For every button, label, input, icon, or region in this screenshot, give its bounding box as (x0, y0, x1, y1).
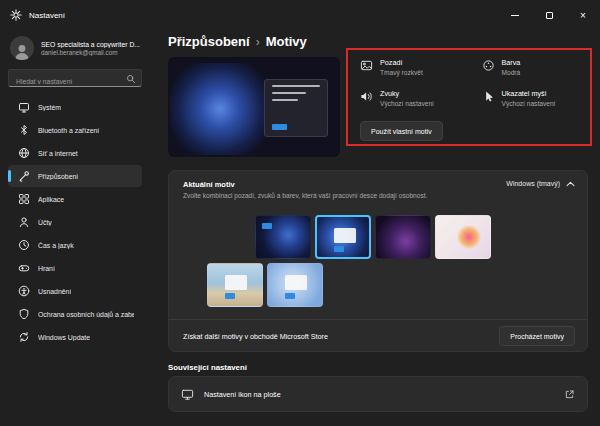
close-button[interactable]: × (566, 0, 600, 30)
preview-accent-button (272, 124, 287, 130)
browse-themes-button[interactable]: Procházet motivy (499, 326, 575, 346)
accessibility-icon (18, 285, 30, 297)
window-title: Nastavení (29, 11, 65, 20)
sidebar-item-bluetooth[interactable]: Bluetooth a zařízení (8, 119, 142, 141)
sidebar-item-personalization[interactable]: Přizpůsobení (8, 165, 142, 187)
page-title: Motivy (266, 34, 307, 49)
color-setting[interactable]: BarvaModrá (482, 58, 596, 76)
minimize-button[interactable] (498, 0, 532, 30)
related-settings-title: Související nastavení (168, 363, 247, 372)
avatar (10, 36, 34, 60)
theme-thumbnail-glow[interactable] (375, 215, 431, 259)
breadcrumb: Přizpůsobení › Motivy (168, 34, 307, 49)
gaming-controller-icon (18, 262, 30, 274)
sidebar-item-gaming[interactable]: Hraní (8, 257, 142, 279)
theme-thumbnail-light-bloom[interactable] (267, 263, 323, 307)
main-content: Přizpůsobení › Motivy PozadíTmavý rozkvě… (150, 30, 600, 426)
current-theme-subtitle: Zvolte kombinaci pozadí, zvuků a barev, … (183, 192, 427, 199)
background-setting[interactable]: PozadíTmavý rozkvět (360, 58, 474, 76)
store-label: Získat další motivy v obchodě Microsoft … (183, 332, 328, 341)
desktop-icon-settings-row[interactable]: Nastavení ikon na ploše (168, 376, 588, 412)
chevron-up-icon (566, 181, 575, 187)
theme-thumbnail-windows-dark-selected[interactable] (315, 215, 371, 259)
sidebar-item-apps[interactable]: Aplikace (8, 188, 142, 210)
sidebar-nav: Systém Bluetooth a zařízení Síť a intern… (8, 96, 142, 348)
personalization-brush-icon (18, 170, 30, 182)
window-controls: × (498, 0, 600, 30)
maximize-button[interactable] (532, 0, 566, 30)
selected-indicator (8, 170, 11, 182)
theme-settings-grid: PozadíTmavý rozkvět BarvaModrá ZvukyVých… (360, 58, 595, 107)
bluetooth-icon (18, 124, 30, 136)
external-link-icon (564, 389, 575, 400)
color-wheel-icon (482, 59, 495, 72)
preview-mock-window (264, 79, 328, 137)
bloom-wallpaper-graphic (170, 63, 274, 155)
theme-thumbnail-captured-motion[interactable] (435, 215, 491, 259)
sounds-setting[interactable]: ZvukyVýchozí nastavení (360, 89, 474, 107)
privacy-shield-icon (18, 308, 30, 320)
store-row: Získat další motivy v obchodě Microsoft … (183, 320, 575, 352)
theme-thumbnail-dark-bloom[interactable] (255, 215, 311, 259)
titlebar: Nastavení × (0, 0, 600, 30)
settings-window: Nastavení × SEO specialista a copywriter… (0, 0, 600, 426)
settings-gear-icon (10, 9, 22, 21)
sidebar-item-time-language[interactable]: Čas a jazyk (8, 234, 142, 256)
network-globe-icon (18, 147, 30, 159)
apps-grid-icon (18, 193, 30, 205)
user-name: SEO specialista a copywriter D... (41, 41, 140, 48)
sidebar-item-windows-update[interactable]: Windows Update (8, 326, 142, 348)
system-icon (18, 101, 30, 113)
sidebar-item-network[interactable]: Síť a internet (8, 142, 142, 164)
sidebar-item-accounts[interactable]: Účty (8, 211, 142, 233)
accounts-person-icon (18, 216, 30, 228)
sidebar-item-system[interactable]: Systém (8, 96, 142, 118)
current-theme-value: Windows (tmavý) (506, 180, 560, 187)
user-profile[interactable]: SEO specialista a copywriter D... daniel… (8, 34, 142, 69)
windows-update-icon (18, 331, 30, 343)
breadcrumb-separator: › (256, 35, 260, 49)
speaker-icon (360, 90, 373, 103)
mouse-cursor-setting[interactable]: Ukazatel myšiVýchozí nastavení (482, 89, 596, 107)
current-theme-title: Aktuální motiv (183, 180, 235, 189)
search-input[interactable] (9, 74, 141, 90)
theme-thumbnail-sunrise[interactable] (207, 263, 263, 307)
current-theme-card: Aktuální motiv Zvolte kombinaci pozadí, … (168, 170, 588, 352)
search-box (8, 69, 142, 87)
sidebar-item-privacy[interactable]: Ochrana osobních údajů a zabezpečení (8, 303, 142, 325)
desktop-monitor-icon (181, 388, 194, 401)
desktop-icon-settings-label: Nastavení ikon na ploše (204, 390, 554, 399)
background-image-icon (360, 59, 373, 72)
user-email: daniel.beranek@gmail.com (41, 49, 140, 56)
theme-preview-image (168, 57, 340, 157)
search-icon (126, 74, 136, 84)
save-custom-theme-button[interactable]: Použít vlastní motiv (360, 121, 443, 141)
sidebar-item-accessibility[interactable]: Usnadnění (8, 280, 142, 302)
breadcrumb-parent[interactable]: Přizpůsobení (168, 34, 250, 49)
time-language-clock-icon (18, 239, 30, 251)
sidebar: SEO specialista a copywriter D... daniel… (0, 30, 150, 426)
cursor-arrow-icon (482, 90, 495, 103)
current-theme-dropdown[interactable]: Windows (tmavý) (506, 180, 575, 187)
